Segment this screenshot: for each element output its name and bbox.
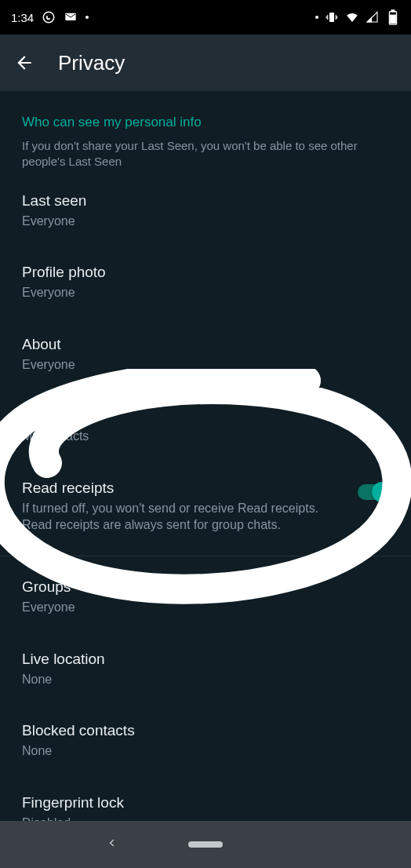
system-nav-bar: [0, 821, 411, 868]
item-title: Last seen: [22, 192, 389, 210]
notification-dot-icon: [85, 16, 89, 19]
item-sub: Everyone: [22, 284, 389, 301]
item-sub: If turned off, you won't send or receive…: [22, 500, 344, 534]
item-sub: None: [22, 742, 389, 760]
item-sub: Everyone: [22, 356, 389, 374]
item-profile-photo[interactable]: Profile photo Everyone: [0, 246, 411, 319]
section-sub: If you don't share your Last Seen, you w…: [22, 138, 389, 170]
nav-back-button[interactable]: [107, 837, 118, 852]
item-sub: My contacts: [22, 428, 389, 445]
item-title: Profile photo: [22, 264, 389, 281]
item-status[interactable]: Status My contacts: [0, 390, 411, 462]
content: Who can see my personal info If you don'…: [0, 91, 411, 848]
item-title: Read receipts: [22, 480, 344, 497]
back-button[interactable]: [14, 53, 35, 73]
item-title: Live location: [22, 651, 389, 668]
item-groups[interactable]: Groups Everyone: [0, 561, 411, 633]
item-live-location[interactable]: Live location None: [0, 633, 411, 706]
whatsapp-icon: [42, 10, 56, 24]
item-title: Blocked contacts: [22, 722, 389, 739]
nav-home-pill[interactable]: [188, 841, 223, 848]
divider: [0, 556, 411, 556]
svg-point-0: [43, 12, 54, 23]
chevron-left-icon: [107, 837, 118, 848]
item-about[interactable]: About Everyone: [0, 319, 411, 391]
mail-icon: [64, 10, 78, 24]
item-title: About: [22, 336, 389, 353]
item-blocked-contacts[interactable]: Blocked contacts None: [0, 705, 411, 777]
item-title: Groups: [22, 578, 389, 596]
wifi-icon: [345, 10, 359, 24]
item-sub: None: [22, 671, 389, 688]
section-label: Who can see my personal info: [22, 115, 389, 130]
app-bar: Privacy: [0, 35, 411, 91]
vibrate-icon: [325, 10, 339, 24]
notification-dot-icon: [315, 16, 318, 19]
item-title: Fingerprint lock: [22, 794, 389, 811]
battery-icon: [386, 10, 400, 24]
read-receipts-toggle[interactable]: [358, 484, 389, 500]
section-header: Who can see my personal info If you don'…: [0, 91, 411, 175]
svg-rect-5: [391, 15, 395, 23]
page-title: Privacy: [58, 51, 125, 75]
item-last-seen[interactable]: Last seen Everyone: [0, 175, 411, 247]
item-sub: Everyone: [22, 599, 389, 616]
svg-rect-1: [66, 13, 76, 20]
svg-rect-2: [329, 13, 334, 22]
signal-icon: [366, 10, 380, 24]
toggle-knob-icon: [372, 482, 392, 502]
item-read-receipts[interactable]: Read receipts If turned off, you won't s…: [0, 462, 411, 551]
status-time: 1:34: [11, 11, 34, 24]
arrow-left-icon: [14, 53, 35, 73]
svg-rect-4: [391, 10, 395, 12]
item-sub: Everyone: [22, 213, 389, 230]
item-title: Status: [22, 407, 389, 425]
status-bar: 1:34: [0, 0, 411, 35]
